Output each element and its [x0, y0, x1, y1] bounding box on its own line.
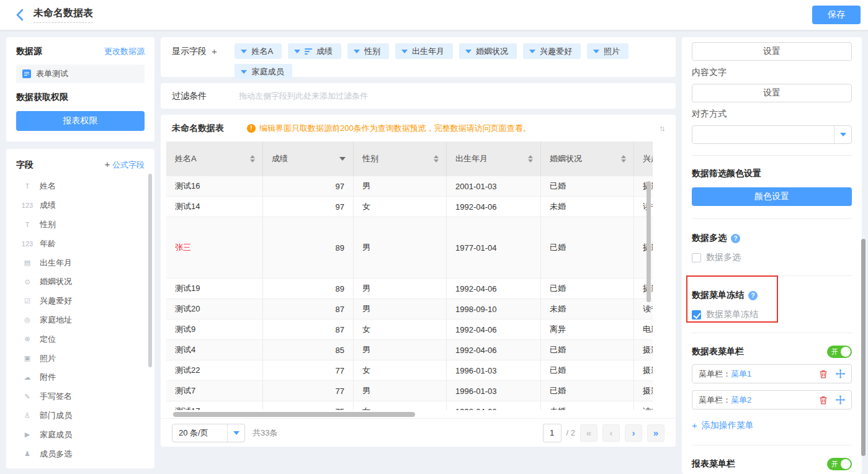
back-button[interactable]	[16, 9, 24, 21]
table-column-header[interactable]: 性别	[354, 141, 447, 176]
filter-dropzone[interactable]: 拖动左侧字段到此处来添加过滤条件	[239, 91, 368, 102]
display-field-chip[interactable]: 家庭成员	[235, 64, 292, 79]
table-row[interactable]: 测试16 97 男 2001-01-03 已婚 摄影	[166, 176, 653, 197]
move-menu-icon[interactable]	[836, 395, 845, 405]
help-icon[interactable]	[731, 234, 740, 243]
chevron-down-icon[interactable]	[593, 50, 599, 53]
display-field-chip[interactable]: 兴趣爱好	[523, 43, 581, 59]
table-column-header[interactable]: 出生年月	[447, 141, 541, 176]
page-size-select[interactable]: 20 条/页	[172, 424, 245, 442]
table-row[interactable]: 测试7 77 男 1996-01-03 已婚 摄影	[166, 381, 653, 401]
chevron-down-icon[interactable]	[227, 424, 244, 442]
add-display-field-button[interactable]	[212, 46, 217, 71]
datasource-item[interactable]: 表单测试	[16, 65, 145, 83]
content-style-settings-button[interactable]: 设置	[692, 84, 852, 102]
fields-scrollbar[interactable]	[148, 174, 152, 367]
field-list-item[interactable]: ▣ 照片	[16, 349, 145, 368]
move-menu-icon[interactable]	[836, 369, 845, 378]
field-list-item[interactable]: ⊕ 定位	[16, 329, 145, 349]
delete-menu-icon[interactable]	[819, 396, 828, 405]
chevron-down-icon[interactable]	[529, 50, 535, 53]
multi-select-checkbox[interactable]	[692, 253, 701, 262]
change-datasource-link[interactable]: 更改数据源	[104, 46, 145, 57]
header-style-settings-button[interactable]: 设置	[692, 42, 852, 61]
chevron-down-icon[interactable]	[401, 50, 408, 53]
table-horizontal-scrollbar[interactable]	[173, 412, 415, 417]
display-field-chip[interactable]: 婚姻状况	[459, 43, 517, 59]
chevron-down-icon[interactable]	[241, 70, 247, 74]
delete-menu-icon[interactable]	[819, 370, 828, 378]
display-field-chip[interactable]: 出生年月	[395, 43, 453, 59]
last-page-button[interactable]	[647, 424, 664, 442]
first-page-button[interactable]	[580, 424, 597, 442]
field-list-item[interactable]: ♟ 成员多选	[16, 444, 145, 463]
table-vertical-scrollbar[interactable]	[647, 181, 651, 302]
add-formula-field-link[interactable]: 公式字段	[105, 159, 145, 171]
align-select[interactable]	[692, 125, 852, 144]
field-list-item[interactable]: ▶ 家庭成员	[16, 425, 145, 444]
table-column-header[interactable]: 成绩	[263, 141, 354, 176]
page-title[interactable]: 未命名数据表	[34, 7, 93, 23]
table-row[interactable]: 测试9 87 女 1992-04-06 离异 电影	[166, 320, 653, 340]
sort-order-button[interactable]	[653, 120, 669, 136]
field-list-item[interactable]: T 姓名	[16, 177, 145, 196]
menu-freeze-checkbox-row[interactable]: 数据菜单冻结	[692, 309, 852, 320]
display-field-chip[interactable]: 成绩	[288, 43, 341, 59]
display-field-chip[interactable]: 姓名A	[235, 43, 282, 59]
add-action-menu-link[interactable]: 添加操作菜单	[692, 420, 754, 431]
color-settings-button[interactable]: 颜色设置	[692, 187, 852, 206]
sort-both-icon[interactable]	[434, 155, 439, 163]
field-list-item[interactable]: ⊙ 婚姻状况	[16, 272, 145, 292]
table-row[interactable]: 张三 89 男 1977-01-04 已婚 摄影	[166, 217, 653, 279]
field-label: 定位	[40, 334, 56, 345]
table-column-header[interactable]: 婚姻状况	[541, 141, 634, 176]
field-list-item[interactable]: ♙ 部门成员	[16, 406, 145, 426]
prev-page-button[interactable]	[602, 424, 620, 442]
field-list-item[interactable]: 123 成绩	[16, 196, 145, 215]
field-list-item[interactable]: ✎ 手写签名	[16, 387, 145, 406]
sort-both-icon[interactable]	[528, 155, 533, 163]
table-row[interactable]: 测试19 89 男 1992-04-06 已婚 摄影	[166, 279, 653, 299]
field-list-item[interactable]: ☁ 附件	[16, 368, 145, 387]
cell-marital: 已婚	[541, 360, 634, 380]
sort-desc-icon[interactable]	[339, 157, 346, 161]
chevron-down-icon[interactable]	[294, 50, 300, 53]
table-row[interactable]: 测试4 85 男 1992-04-06 已婚 摄影	[166, 340, 653, 360]
menu-item-row[interactable]: 菜单栏： 菜单1	[692, 364, 852, 383]
field-list-item[interactable]: ☑ 兴趣爱好	[16, 292, 145, 311]
menu-item-row[interactable]: 菜单栏： 菜单2	[692, 390, 852, 409]
save-button[interactable]: 保存	[812, 6, 861, 24]
cell-birth: 1992-04-06	[447, 320, 541, 339]
chevron-down-icon[interactable]	[834, 126, 851, 143]
table-column-header[interactable]: 姓名A	[166, 141, 263, 176]
table-row[interactable]: 测试14 97 女 1992-04-06 未婚 读书	[166, 197, 653, 217]
report-menu-toggle[interactable]: 开	[827, 458, 852, 470]
menu-item-name[interactable]: 菜单2	[731, 395, 751, 406]
chevron-down-icon[interactable]	[354, 50, 360, 53]
field-list-item[interactable]: ▤ 出生年月	[16, 253, 145, 272]
table-menu-toggle[interactable]: 开	[827, 346, 852, 358]
cell-hobby: 电影	[634, 320, 653, 339]
plus-icon	[105, 160, 110, 169]
chevron-down-icon[interactable]	[465, 50, 472, 53]
multi-select-checkbox-row[interactable]: 数据多选	[692, 252, 852, 263]
sort-both-icon[interactable]	[250, 155, 255, 163]
menu-item-name[interactable]: 菜单1	[731, 369, 751, 380]
menu-freeze-checkbox[interactable]	[692, 310, 701, 320]
chevron-down-icon[interactable]	[241, 50, 247, 53]
sort-both-icon[interactable]	[621, 155, 626, 163]
display-field-chip[interactable]: 性别	[347, 43, 389, 59]
help-icon[interactable]	[748, 291, 758, 300]
table-row[interactable]: 测试22 77 女 1996-01-03 已婚 摄影	[166, 360, 653, 381]
table-row[interactable]: 测试20 87 男 1998-09-10 未婚 读书	[166, 299, 653, 320]
field-list-item[interactable]: 123 年龄	[16, 234, 145, 253]
page-number-input[interactable]: 1	[543, 424, 562, 442]
field-list-item[interactable]: T 性别	[16, 215, 145, 235]
field-list-item[interactable]: ◎ 家庭地址	[16, 311, 145, 330]
table-row[interactable]: 测试17 75 女 1992-04-06 未婚 读书	[166, 401, 653, 410]
table-column-header[interactable]: 兴趣爱好	[634, 141, 653, 176]
page-scrollbar[interactable]	[861, 239, 866, 456]
next-page-button[interactable]	[625, 424, 642, 442]
report-permission-button[interactable]: 报表权限	[16, 111, 145, 131]
display-field-chip[interactable]: 照片	[587, 43, 629, 59]
